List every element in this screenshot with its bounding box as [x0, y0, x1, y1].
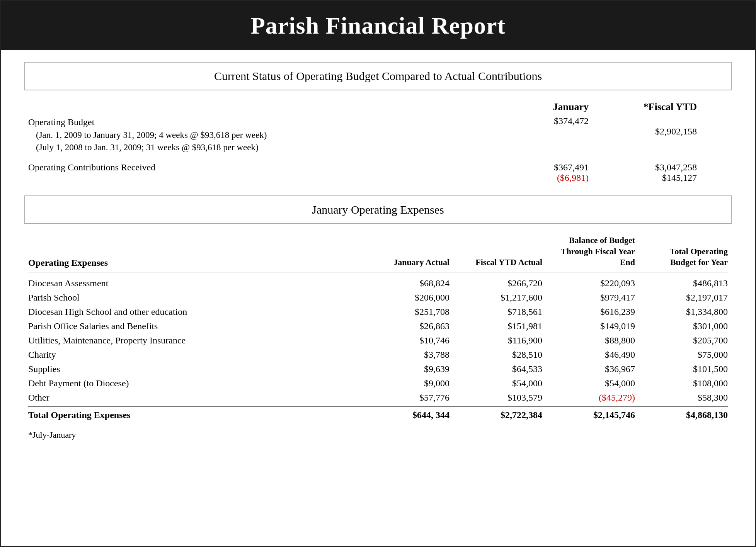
expense-fiscal-ytd: $54,000 [457, 378, 542, 389]
ytd-budget-value: $2,902,158 [604, 126, 697, 137]
jan-budget-desc: (Jan. 1, 2009 to January 31, 2009; 4 wee… [28, 129, 480, 141]
expense-total-budget: $301,000 [643, 321, 728, 331]
expense-jan-actual: $3,788 [364, 350, 450, 360]
expense-balance: $36,967 [550, 364, 635, 374]
expense-jan-actual: $9,000 [364, 378, 450, 389]
table-row: Diocesan Assessment$68,824$266,720$220,0… [28, 276, 728, 290]
expense-total-budget: $101,500 [643, 364, 728, 374]
expense-total-budget: $205,700 [643, 335, 728, 346]
contributions-diff-row: ($6,981) $145,127 [480, 173, 697, 183]
expense-name: Parish School [28, 292, 357, 303]
table-row: Debt Payment (to Diocese)$9,000$54,000$5… [28, 376, 728, 391]
contributions-row: Operating Contributions Received $367,49… [28, 162, 728, 183]
expense-name: Diocesan High School and other education [28, 307, 357, 317]
expense-jan-actual: $57,776 [364, 392, 450, 403]
expense-name: Debt Payment (to Diocese) [28, 378, 357, 389]
expense-jan-actual: $206,000 [364, 292, 450, 303]
expense-fiscal-ytd: $103,579 [457, 392, 542, 403]
total-jan-actual: $644, 344 [364, 410, 450, 420]
table-row: Parish School$206,000$1,217,600$979,417$… [28, 290, 728, 305]
expense-name: Utilities, Maintenance, Property Insuran… [28, 335, 357, 346]
expense-total-budget: $108,000 [643, 378, 728, 389]
budget-ytd-row: $2,902,158 [480, 126, 728, 137]
footnote: *July-January [24, 430, 732, 440]
expense-fiscal-ytd: $28,510 [457, 350, 542, 360]
expense-name: Charity [28, 350, 357, 360]
expense-total-budget: $58,300 [643, 392, 728, 403]
expense-jan-actual: $251,708 [364, 307, 450, 317]
page-title: Parish Financial Report [17, 12, 739, 39]
total-total-budget: $4,868,130 [643, 410, 728, 420]
expense-name: Other [28, 392, 357, 403]
expense-total-budget: $75,000 [643, 350, 728, 360]
expense-balance: $149,019 [550, 321, 635, 331]
ytd-budget-value-empty [604, 116, 697, 126]
budget-col-headers: January *Fiscal YTD [28, 101, 728, 113]
total-balance: $2,145,746 [550, 410, 635, 420]
main-content: Current Status of Operating Budget Compa… [1, 50, 755, 455]
table-row: Supplies$9,639$64,533$36,967$101,500 [28, 362, 728, 376]
expense-jan-actual: $68,824 [364, 278, 450, 289]
expense-total-budget: $486,813 [643, 278, 728, 289]
table-row: Diocesan High School and other education… [28, 305, 728, 319]
expense-jan-actual: $26,863 [364, 321, 450, 331]
total-fiscal-ytd: $2,722,384 [457, 410, 542, 420]
operating-budget-label: Operating Budget (Jan. 1, 2009 to Januar… [28, 116, 480, 154]
table-row: Utilities, Maintenance, Property Insuran… [28, 333, 728, 348]
expenses-section-box: January Operating Expenses [24, 195, 732, 224]
contributions-ytd: $3,047,258 [604, 162, 697, 173]
expense-fiscal-ytd: $116,900 [457, 335, 542, 346]
total-label: Total Operating Expenses [28, 410, 357, 420]
expenses-total-row: Total Operating Expenses $644, 344 $2,72… [28, 406, 728, 422]
operating-budget-values: $374,472 $2,902,158 [480, 116, 728, 137]
operating-budget-row: Operating Budget (Jan. 1, 2009 to Januar… [28, 116, 728, 154]
operating-budget-title: Current Status of Operating Budget Compa… [214, 70, 542, 82]
exp-total-budget-header: Total Operating Budget for Year [643, 246, 728, 268]
expense-balance: $616,239 [550, 307, 635, 317]
jan-budget-value-empty2 [496, 126, 589, 137]
exp-label-col-header: Operating Expenses [28, 258, 357, 268]
expense-name: Diocesan Assessment [28, 278, 357, 289]
header: Parish Financial Report [1, 1, 755, 50]
expense-fiscal-ytd: $1,217,600 [457, 292, 542, 303]
expense-jan-actual: $10,746 [364, 335, 450, 346]
expenses-header: Operating Expenses January Actual Fiscal… [28, 235, 728, 272]
contributions-jan: $367,491 [496, 162, 589, 173]
expense-name: Parish Office Salaries and Benefits [28, 321, 357, 331]
exp-balance-header: Balance of Budget Through Fiscal Year En… [550, 235, 635, 268]
expense-fiscal-ytd: $64,533 [457, 364, 542, 374]
operating-budget-section-box: Current Status of Operating Budget Compa… [24, 62, 732, 90]
expense-balance: $54,000 [550, 378, 635, 389]
budget-jan-row: $374,472 [480, 116, 728, 126]
contributions-label: Operating Contributions Received [28, 162, 480, 173]
expense-total-budget: $1,334,800 [643, 307, 728, 317]
contributions-top-row: $367,491 $3,047,258 [480, 162, 697, 173]
expense-jan-actual: $9,639 [364, 364, 450, 374]
expense-balance: $979,417 [550, 292, 635, 303]
exp-fiscal-ytd-header: Fiscal YTD Actual [457, 257, 542, 268]
expense-balance: $220,093 [550, 278, 635, 289]
expense-name: Supplies [28, 364, 357, 374]
contributions-section: Operating Contributions Received $367,49… [28, 162, 728, 183]
expense-balance: ($45,279) [550, 392, 635, 403]
contributions-ytd-diff: $145,127 [604, 173, 697, 183]
table-row: Charity$3,788$28,510$46,490$75,000 [28, 348, 728, 362]
expenses-section: Operating Expenses January Actual Fiscal… [24, 235, 732, 422]
expense-balance: $88,800 [550, 335, 635, 346]
table-row: Parish Office Salaries and Benefits$26,8… [28, 319, 728, 333]
contributions-jan-diff: ($6,981) [496, 173, 589, 183]
expense-fiscal-ytd: $266,720 [457, 278, 542, 289]
exp-jan-actual-header: January Actual [364, 257, 450, 268]
fiscal-ytd-col-header: *Fiscal YTD [604, 101, 697, 113]
january-col-header: January [496, 101, 589, 113]
ytd-budget-desc: (July 1, 2008 to Jan. 31, 2009; 31 weeks… [28, 141, 480, 154]
page: Parish Financial Report Current Status o… [0, 0, 756, 547]
expense-balance: $46,490 [550, 350, 635, 360]
expense-fiscal-ytd: $718,561 [457, 307, 542, 317]
jan-budget-value: $374,472 [496, 116, 589, 126]
expense-total-budget: $2,197,017 [643, 292, 728, 303]
expense-fiscal-ytd: $151,981 [457, 321, 542, 331]
table-row: Other$57,776$103,579($45,279)$58,300 [28, 391, 728, 405]
contributions-values: $367,491 $3,047,258 ($6,981) $145,127 [480, 162, 728, 183]
expenses-title: January Operating Expenses [312, 203, 444, 216]
